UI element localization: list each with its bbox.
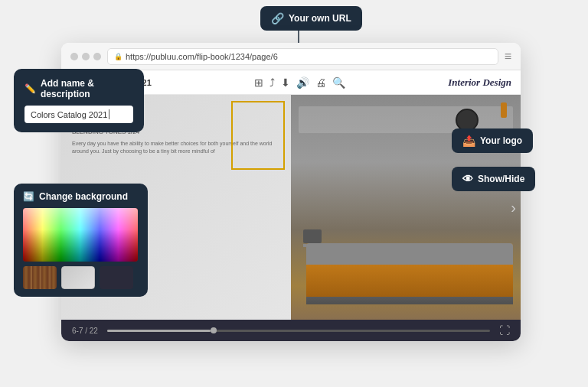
pencil-icon: ✏️	[24, 83, 36, 94]
bg-panel-title: 🔄 Change background	[23, 191, 139, 202]
link-icon: 🔗	[271, 12, 284, 24]
computer	[303, 229, 322, 243]
bed-pillow	[306, 243, 513, 266]
progress-dot	[211, 327, 217, 333]
refresh-icon: 🔄	[23, 191, 34, 202]
logo-icon: 📤	[462, 135, 475, 147]
swatch-grey[interactable]	[61, 266, 95, 289]
print-icon[interactable]: 🖨	[315, 76, 326, 89]
bed-cover	[306, 265, 513, 297]
name-input-field[interactable]: Colors Catalog 2021	[24, 106, 133, 123]
audio-icon[interactable]: 🔊	[296, 76, 309, 89]
name-panel: ✏️ Add name & description Colors Catalog…	[14, 69, 144, 132]
background-panel: 🔄 Change background	[14, 184, 148, 297]
grid-icon[interactable]: ⊞	[254, 76, 263, 89]
flipbook-brand: Interior Design	[448, 76, 511, 89]
texture-swatches	[23, 266, 139, 289]
logo-tooltip: 📤 Your logo	[452, 128, 533, 153]
browser-dot-3	[93, 53, 101, 60]
progress-bar[interactable]	[107, 330, 490, 332]
showhide-tooltip: 👁 Show/Hide	[452, 167, 535, 191]
progress-fill	[107, 330, 211, 332]
logo-tooltip-label: Your logo	[480, 135, 522, 146]
picker-black-overlay	[23, 208, 138, 262]
search-icon[interactable]: 🔍	[332, 76, 345, 89]
url-text: https://publuu.com/flip-book/1234/page/6	[126, 52, 278, 61]
color-picker[interactable]	[23, 208, 138, 262]
next-page-arrow[interactable]: ›	[511, 199, 516, 216]
browser-menu-button[interactable]: ≡	[505, 50, 511, 63]
flipbook-bottom: 6-7 / 22 ⛶	[61, 320, 521, 341]
lamp	[501, 102, 507, 118]
name-panel-title: ✏️ Add name & description	[24, 78, 133, 99]
swatch-dark[interactable]	[100, 266, 133, 289]
showhide-tooltip-label: Show/Hide	[478, 174, 524, 184]
share-icon[interactable]: ⤴	[270, 76, 275, 89]
eye-icon: 👁	[462, 173, 473, 185]
browser-dots	[70, 53, 101, 60]
download-icon[interactable]: ⬇	[281, 76, 290, 89]
bed	[306, 243, 513, 304]
text-cursor	[109, 109, 109, 119]
url-bar[interactable]: 🔒 https://publuu.com/flip-book/1234/page…	[107, 48, 498, 65]
browser-dot-2	[82, 53, 90, 60]
toolbar-icons: ⊞ ⤴ ⬇ 🔊 🖨 🔍	[254, 76, 345, 89]
lock-icon: 🔒	[114, 53, 122, 60]
url-tooltip-label: Your own URL	[289, 13, 351, 24]
browser-dot-1	[70, 53, 78, 60]
browser-bar: 🔒 https://publuu.com/flip-book/1234/page…	[61, 43, 521, 70]
name-input-value: Colors Catalog 2021	[31, 110, 107, 119]
expand-icon[interactable]: ⛶	[499, 324, 510, 337]
page-indicator: 6-7 / 22	[72, 327, 98, 335]
url-tooltip: 🔗 Your own URL	[260, 6, 362, 31]
orange-rect	[231, 101, 285, 170]
swatch-wood[interactable]	[23, 266, 57, 289]
